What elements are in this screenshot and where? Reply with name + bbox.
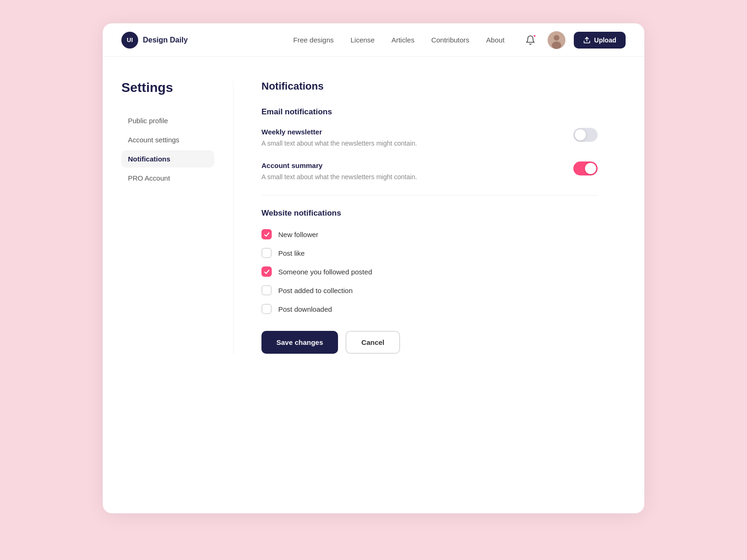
divider (261, 195, 598, 196)
notification-dot (533, 34, 536, 38)
nav-right: Upload (521, 31, 626, 49)
buttons-row: Save changes Cancel (261, 331, 598, 354)
account-summary-track (573, 161, 598, 175)
nav-about[interactable]: About (486, 36, 504, 44)
weekly-newsletter-desc: A small text about what the newsletters … (261, 139, 417, 148)
sidebar-item-public-profile[interactable]: Public profile (121, 112, 214, 129)
sidebar-item-pro-account[interactable]: PRO Account (121, 169, 214, 187)
upload-button[interactable]: Upload (574, 32, 626, 49)
weekly-newsletter-toggle[interactable] (573, 128, 598, 142)
page-title: Notifications (261, 80, 598, 92)
checkbox-new-follower: New follower (261, 229, 598, 239)
checkbox-new-follower-input[interactable] (261, 229, 272, 239)
checkbox-new-follower-label: New follower (278, 231, 318, 238)
save-button[interactable]: Save changes (261, 331, 338, 354)
account-summary-thumb (585, 163, 596, 174)
nav-articles[interactable]: Articles (391, 36, 414, 44)
checkbox-post-downloaded-label: Post downloaded (278, 305, 332, 313)
checkbox-post-collection: Post added to collection (261, 285, 598, 295)
checkbox-post-like: Post like (261, 248, 598, 258)
checkbox-someone-followed: Someone you followed posted (261, 266, 598, 277)
checkbox-post-collection-label: Post added to collection (278, 287, 352, 294)
account-summary-label: Account summary (261, 161, 417, 169)
checkbox-post-like-label: Post like (278, 249, 305, 257)
nav-contributors[interactable]: Contributors (431, 36, 470, 44)
logo[interactable]: UI Design Daily (121, 32, 188, 49)
account-summary-desc: A small text about what the newsletters … (261, 172, 417, 182)
checkbox-post-collection-input[interactable] (261, 285, 272, 295)
checkbox-someone-followed-label: Someone you followed posted (278, 268, 372, 276)
main-content: Settings Public profile Account settings… (103, 57, 644, 377)
account-summary-item: Account summary A small text about what … (261, 161, 598, 182)
sidebar: Settings Public profile Account settings… (121, 80, 233, 354)
sidebar-item-notifications[interactable]: Notifications (121, 150, 214, 168)
logo-badge: UI (121, 32, 138, 49)
checkbox-post-like-input[interactable] (261, 248, 272, 258)
weekly-newsletter-item: Weekly newsletter A small text about wha… (261, 128, 598, 148)
settings-content: Notifications Email notifications Weekly… (233, 80, 626, 354)
checkbox-post-downloaded: Post downloaded (261, 304, 598, 314)
svg-point-1 (554, 35, 559, 41)
email-notifications-title: Email notifications (261, 107, 598, 117)
avatar[interactable] (548, 31, 565, 49)
weekly-newsletter-track (573, 128, 598, 142)
weekly-newsletter-label: Weekly newsletter (261, 128, 417, 136)
weekly-newsletter-text: Weekly newsletter A small text about wha… (261, 128, 417, 148)
sidebar-item-account-settings[interactable]: Account settings (121, 131, 214, 148)
sidebar-menu: Public profile Account settings Notifica… (121, 112, 214, 187)
account-summary-toggle[interactable] (573, 161, 598, 175)
account-summary-text: Account summary A small text about what … (261, 161, 417, 182)
weekly-newsletter-thumb (575, 129, 586, 140)
nav-license[interactable]: License (351, 36, 375, 44)
sidebar-title: Settings (121, 80, 214, 95)
website-notifications-title: Website notifications (261, 209, 598, 218)
cancel-button[interactable]: Cancel (345, 331, 400, 354)
nav-links: Free designs License Articles Contributo… (293, 36, 505, 44)
checkbox-someone-followed-input[interactable] (261, 266, 272, 277)
svg-point-2 (552, 42, 561, 49)
nav-free-designs[interactable]: Free designs (293, 36, 334, 44)
notification-bell[interactable] (521, 31, 539, 49)
logo-name: Design Daily (143, 36, 188, 44)
app-container: UI Design Daily Free designs License Art… (103, 23, 644, 513)
checkbox-post-downloaded-input[interactable] (261, 304, 272, 314)
navbar: UI Design Daily Free designs License Art… (103, 23, 644, 57)
